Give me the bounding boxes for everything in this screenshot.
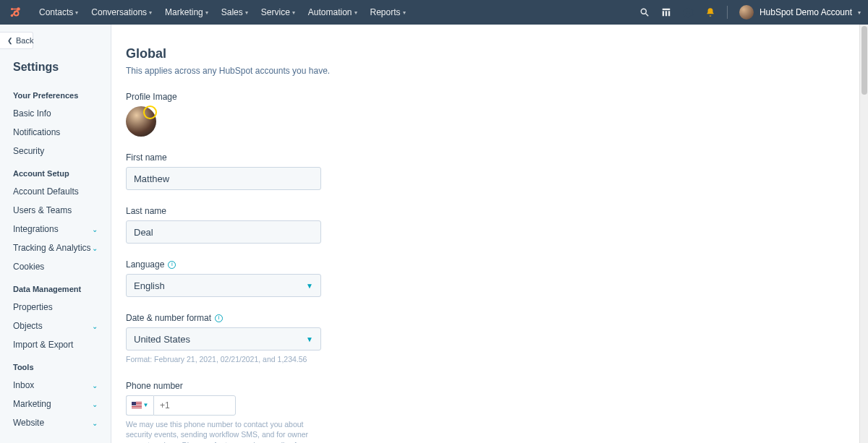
- language-select[interactable]: English ▼: [126, 274, 321, 297]
- sidebar-section-title: Your Preferences: [0, 82, 111, 104]
- sidebar-item-inbox[interactable]: Inbox⌄: [0, 376, 111, 395]
- chevron-down-icon: ▾: [245, 9, 248, 16]
- sidebar-item-website[interactable]: Website⌄: [0, 413, 111, 432]
- account-label: HubSpot Demo Account: [760, 7, 852, 17]
- chevron-down-icon: ▾: [403, 9, 406, 16]
- chevron-down-icon: ⌄: [92, 225, 98, 233]
- last-name-input[interactable]: [126, 220, 321, 244]
- top-nav: Contacts▾Conversations▾Marketing▾Sales▾S…: [0, 0, 868, 25]
- account-menu[interactable]: HubSpot Demo Account ▾: [739, 5, 861, 20]
- profile-image-label: Profile Image: [126, 92, 849, 102]
- avatar-icon: [739, 5, 754, 20]
- back-button[interactable]: ❮ Back: [0, 32, 33, 49]
- phone-hint: We may use this phone number to contact …: [126, 419, 328, 443]
- language-value: English: [134, 280, 165, 291]
- sidebar-item-label: Users & Teams: [13, 205, 72, 215]
- info-icon[interactable]: i: [168, 261, 176, 269]
- sidebar-item-label: Integrations: [13, 224, 59, 234]
- phone-input[interactable]: [153, 395, 236, 416]
- chevron-down-icon: ⌄: [92, 400, 98, 408]
- chevron-down-icon: ▾: [149, 9, 152, 16]
- nav-item-conversations[interactable]: Conversations▾: [85, 7, 158, 17]
- sidebar-item-label: Marketing: [13, 399, 51, 409]
- sidebar-item-label: Notifications: [13, 127, 60, 137]
- profile-avatar[interactable]: [126, 106, 156, 137]
- sidebar-item-marketing[interactable]: Marketing⌄: [0, 395, 111, 413]
- chevron-down-icon: ▼: [306, 282, 313, 290]
- nav-item-sales[interactable]: Sales▾: [216, 7, 254, 17]
- chevron-down-icon: ▼: [143, 402, 149, 408]
- nav-item-label: Marketing: [165, 7, 203, 17]
- sidebar-item-label: Cookies: [13, 262, 44, 272]
- sidebar-item-tracking-analytics[interactable]: Tracking & Analytics⌄: [0, 238, 111, 257]
- sidebar-item-objects[interactable]: Objects⌄: [0, 317, 111, 335]
- sidebar-item-notifications[interactable]: Notifications: [0, 123, 111, 142]
- nav-item-label: Sales: [221, 7, 243, 17]
- sidebar-section-title: Tools: [0, 354, 111, 376]
- chevron-down-icon: ⌄: [92, 322, 98, 330]
- sidebar-section-title: Data Management: [0, 276, 111, 298]
- first-name-input[interactable]: [126, 167, 321, 190]
- chevron-down-icon: ▾: [75, 9, 78, 16]
- bell-icon[interactable]: [705, 7, 715, 17]
- nav-item-automation[interactable]: Automation▾: [302, 7, 363, 17]
- marketplace-icon[interactable]: [661, 7, 671, 17]
- sidebar-item-integrations[interactable]: Integrations⌄: [0, 220, 111, 238]
- sidebar-item-label: Security: [13, 146, 44, 156]
- chevron-down-icon: ▾: [292, 9, 295, 16]
- hubspot-logo-icon[interactable]: [7, 4, 23, 20]
- settings-title: Settings: [0, 61, 111, 82]
- chevron-down-icon: ▼: [306, 335, 313, 343]
- page-title: Global: [126, 46, 849, 61]
- date-format-label: Date & number format i: [126, 313, 849, 323]
- nav-item-label: Conversations: [91, 7, 147, 17]
- svg-rect-9: [663, 11, 664, 16]
- sidebar-item-label: Website: [13, 418, 44, 428]
- sidebar-item-properties[interactable]: Properties: [0, 298, 111, 317]
- sidebar-item-label: Account Defaults: [13, 186, 79, 197]
- scrollbar-thumb[interactable]: [861, 26, 867, 95]
- nav-item-label: Automation: [308, 7, 352, 17]
- info-icon[interactable]: i: [215, 314, 223, 322]
- nav-item-contacts[interactable]: Contacts▾: [33, 7, 84, 17]
- sidebar-item-label: Objects: [13, 321, 43, 331]
- nav-item-marketing[interactable]: Marketing▾: [159, 7, 214, 17]
- first-name-label: First name: [126, 152, 849, 163]
- date-format-select[interactable]: United States ▼: [126, 327, 321, 350]
- nav-item-service[interactable]: Service▾: [255, 7, 301, 17]
- sidebar-item-label: Tracking & Analytics: [13, 243, 91, 253]
- phone-country-select[interactable]: ▼: [126, 395, 153, 416]
- chevron-down-icon: ▾: [858, 9, 861, 16]
- sidebar-item-users-teams[interactable]: Users & Teams: [0, 201, 111, 220]
- sidebar-item-label: Basic Info: [13, 108, 51, 119]
- language-label: Language i: [126, 259, 849, 270]
- page-subtitle: This applies across any HubSpot accounts…: [126, 66, 849, 76]
- sidebar-item-cookies[interactable]: Cookies: [0, 257, 111, 276]
- us-flag-icon: [132, 402, 142, 409]
- sidebar-item-import-export[interactable]: Import & Export: [0, 335, 111, 354]
- sidebar-section-title: Account Setup: [0, 160, 111, 182]
- nav-item-reports[interactable]: Reports▾: [365, 7, 412, 17]
- nav-item-label: Service: [261, 7, 290, 17]
- search-icon[interactable]: [639, 7, 650, 17]
- back-label: Back: [16, 36, 33, 45]
- chevron-down-icon: ⌄: [92, 419, 98, 427]
- svg-rect-11: [668, 11, 670, 16]
- sidebar-item-basic-info[interactable]: Basic Info: [0, 104, 111, 123]
- svg-rect-8: [663, 9, 671, 10]
- chevron-down-icon: ⌄: [92, 244, 98, 252]
- phone-label: Phone number: [126, 381, 849, 391]
- svg-point-5: [14, 12, 19, 16]
- chevron-down-icon: ▾: [354, 9, 357, 16]
- sidebar-item-label: Inbox: [13, 380, 34, 390]
- svg-rect-10: [665, 11, 667, 16]
- sidebar-item-security[interactable]: Security: [0, 142, 111, 160]
- sidebar-item-label: Import & Export: [13, 340, 73, 350]
- svg-line-7: [646, 14, 649, 17]
- sidebar-item-label: Properties: [13, 302, 53, 312]
- gear-icon[interactable]: [683, 7, 694, 18]
- scrollbar[interactable]: [859, 25, 868, 443]
- chevron-down-icon: ⌄: [92, 382, 98, 390]
- sidebar: ❮ Back Settings Your PreferencesBasic In…: [0, 25, 111, 443]
- sidebar-item-account-defaults[interactable]: Account Defaults: [0, 182, 111, 201]
